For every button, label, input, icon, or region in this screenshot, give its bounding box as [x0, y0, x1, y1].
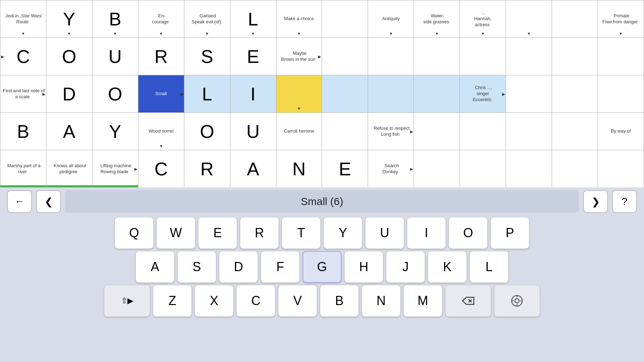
grid-cell-4-0[interactable]: Marshy part of a river: [0, 150, 46, 188]
grid-cell-3-10[interactable]: [460, 113, 506, 150]
grid-cell-1-2[interactable]: U: [92, 38, 138, 75]
grid-cell-4-10[interactable]: [460, 150, 506, 188]
grid-cell-0-9[interactable]: Water- side grasses▼: [414, 0, 460, 38]
grid-cell-4-6[interactable]: N: [276, 150, 322, 188]
grid-cell-2-4[interactable]: L: [184, 75, 230, 113]
key-e[interactable]: E: [198, 217, 237, 249]
grid-cell-1-12[interactable]: [552, 38, 598, 75]
grid-cell-2-6[interactable]: ▼: [276, 75, 322, 113]
grid-cell-4-12[interactable]: [552, 150, 598, 188]
key-special[interactable]: ⇧▶: [104, 285, 150, 317]
grid-cell-4-11[interactable]: [506, 150, 552, 188]
grid-cell-3-8[interactable]: Refuse to respect Long fish▶: [368, 113, 414, 150]
grid-cell-1-8[interactable]: [368, 38, 414, 75]
next-button[interactable]: ❯: [583, 190, 608, 213]
grid-cell-1-7[interactable]: [322, 38, 368, 75]
key-n[interactable]: N: [362, 285, 401, 317]
grid-cell-3-7[interactable]: [322, 113, 368, 150]
grid-cell-3-13[interactable]: By way of: [598, 113, 644, 150]
grid-cell-1-11[interactable]: [506, 38, 552, 75]
key-a[interactable]: A: [136, 251, 174, 283]
key-q[interactable]: Q: [115, 217, 154, 249]
key-d[interactable]: D: [219, 251, 258, 283]
key-b[interactable]: B: [320, 285, 359, 317]
key-special[interactable]: [494, 285, 540, 317]
grid-cell-0-10[interactable]: ... Hannah, actress▼: [460, 0, 506, 38]
key-h[interactable]: H: [344, 251, 383, 283]
grid-cell-0-4[interactable]: Garland Speak evil (of)▼: [184, 0, 230, 38]
key-special[interactable]: [445, 285, 491, 317]
back-button[interactable]: ←: [7, 190, 32, 213]
grid-cell-3-4[interactable]: O: [184, 113, 230, 150]
grid-cell-2-10[interactable]: Chris ..., singer Eccentric▶: [460, 75, 506, 113]
grid-cell-0-6[interactable]: Make a choice▼: [276, 0, 322, 38]
grid-cell-3-0[interactable]: B: [0, 113, 46, 150]
grid-cell-1-1[interactable]: O: [46, 38, 92, 75]
grid-cell-1-0[interactable]: C▶: [0, 38, 46, 75]
grid-cell-0-3[interactable]: En- courage▼: [138, 0, 184, 38]
grid-cell-1-13[interactable]: [598, 38, 644, 75]
key-o[interactable]: O: [449, 217, 488, 249]
key-j[interactable]: J: [386, 251, 425, 283]
grid-cell-4-1[interactable]: Knows all about pedigree: [46, 150, 92, 188]
key-x[interactable]: X: [195, 285, 234, 317]
grid-cell-4-5[interactable]: A: [230, 150, 276, 188]
grid-cell-4-9[interactable]: [414, 150, 460, 188]
grid-cell-1-4[interactable]: S: [184, 38, 230, 75]
grid-cell-2-5[interactable]: I: [230, 75, 276, 113]
key-y[interactable]: Y: [323, 217, 362, 249]
key-g[interactable]: G: [303, 251, 341, 283]
key-u[interactable]: U: [365, 217, 404, 249]
grid-cell-3-5[interactable]: U: [230, 113, 276, 150]
grid-cell-0-1[interactable]: Y▼: [46, 0, 92, 38]
grid-cell-0-7[interactable]: [322, 0, 368, 38]
grid-cell-1-5[interactable]: E: [230, 38, 276, 75]
grid-cell-0-2[interactable]: B▼: [92, 0, 138, 38]
grid-cell-2-3[interactable]: Small▶: [138, 75, 184, 113]
key-p[interactable]: P: [490, 217, 529, 249]
key-s[interactable]: S: [177, 251, 216, 283]
grid-cell-4-2[interactable]: Lifting machine Rowing blade▶: [92, 150, 138, 188]
key-t[interactable]: T: [282, 217, 321, 249]
grid-cell-1-3[interactable]: R: [138, 38, 184, 75]
key-m[interactable]: M: [403, 285, 442, 317]
grid-cell-0-8[interactable]: Antiquity▼: [368, 0, 414, 38]
grid-cell-0-13[interactable]: Primate Free from danger▼: [598, 0, 644, 38]
grid-cell-1-10[interactable]: [460, 38, 506, 75]
grid-cell-2-1[interactable]: D: [46, 75, 92, 113]
grid-cell-3-11[interactable]: [506, 113, 552, 150]
help-button[interactable]: ?: [612, 190, 637, 213]
key-l[interactable]: L: [470, 251, 508, 283]
grid-cell-3-12[interactable]: [552, 113, 598, 150]
grid-cell-4-13[interactable]: [598, 150, 644, 188]
grid-cell-0-11[interactable]: ▼: [506, 0, 552, 38]
grid-cell-4-3[interactable]: C: [138, 150, 184, 188]
grid-cell-4-4[interactable]: R: [184, 150, 230, 188]
grid-cell-2-12[interactable]: [552, 75, 598, 113]
grid-cell-1-9[interactable]: [414, 38, 460, 75]
key-i[interactable]: I: [407, 217, 446, 249]
key-k[interactable]: K: [428, 251, 467, 283]
prev-button[interactable]: ❮: [36, 190, 61, 213]
grid-cell-0-0[interactable]: Jedi in ,Star Wars' Route▼: [0, 0, 46, 38]
grid-cell-2-9[interactable]: [414, 75, 460, 113]
grid-cell-2-13[interactable]: [598, 75, 644, 113]
grid-cell-3-9[interactable]: [414, 113, 460, 150]
grid-cell-1-6[interactable]: Maybe Brown in the sun▶: [276, 38, 322, 75]
key-f[interactable]: F: [261, 251, 300, 283]
key-v[interactable]: V: [278, 285, 317, 317]
grid-cell-3-3[interactable]: Wood sorrel▼: [138, 113, 184, 150]
grid-cell-4-7[interactable]: E: [322, 150, 368, 188]
grid-cell-0-5[interactable]: L▼: [230, 0, 276, 38]
grid-cell-3-2[interactable]: Y: [92, 113, 138, 150]
grid-cell-2-8[interactable]: [368, 75, 414, 113]
grid-cell-2-0[interactable]: First and last note of a scale▶: [0, 75, 46, 113]
key-r[interactable]: R: [240, 217, 279, 249]
key-z[interactable]: Z: [153, 285, 192, 317]
key-w[interactable]: W: [156, 217, 195, 249]
grid-cell-0-12[interactable]: [552, 0, 598, 38]
grid-cell-3-6[interactable]: Carroll heroine: [276, 113, 322, 150]
grid-cell-2-7[interactable]: [322, 75, 368, 113]
key-c[interactable]: C: [236, 285, 275, 317]
grid-cell-2-2[interactable]: O: [92, 75, 138, 113]
